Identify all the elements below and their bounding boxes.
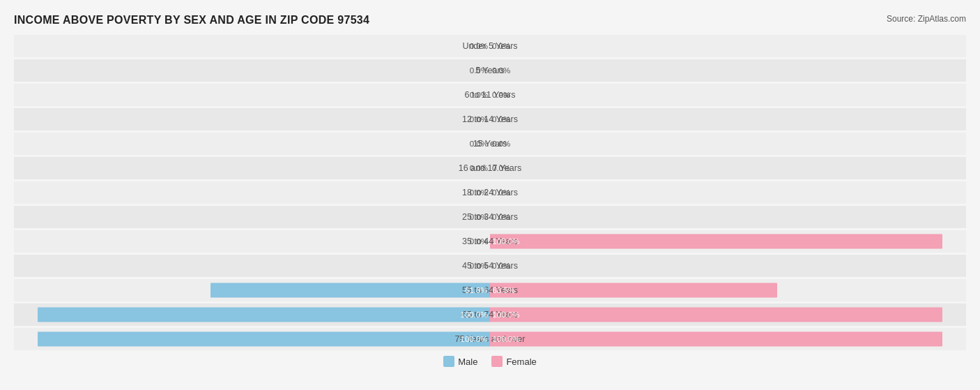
chart-title: INCOME ABOVE POVERTY BY SEX AND AGE IN Z… — [14, 14, 369, 27]
right-half: 0.0% — [490, 206, 966, 228]
left-half: 0.0% — [14, 84, 490, 106]
male-bar — [210, 283, 490, 298]
left-half: 0.0% — [14, 35, 490, 57]
right-half: 0.0% — [490, 181, 966, 204]
male-zero-label: 0.0% — [470, 140, 488, 148]
left-half: 100.0% — [14, 303, 490, 326]
female-value-label: 63.5% — [492, 286, 515, 294]
female-value-label: 100.0% — [492, 335, 519, 343]
legend-female-label: Female — [506, 357, 536, 367]
legend-female: Female — [491, 356, 536, 367]
male-bar — [38, 332, 490, 347]
right-half: 0.0% — [490, 133, 966, 155]
legend-male: Male — [443, 356, 477, 367]
male-zero-label: 0.0% — [470, 42, 488, 50]
chart-header: INCOME ABOVE POVERTY BY SEX AND AGE IN Z… — [14, 14, 966, 27]
male-value-label: 100.0% — [461, 310, 488, 319]
left-half: 0.0% — [14, 157, 490, 179]
chart-row: 100.0%100.0%65 to 74 Years — [14, 303, 966, 326]
left-half: 0.0% — [14, 230, 490, 253]
male-bar — [38, 308, 490, 322]
legend-male-box — [443, 356, 454, 367]
female-zero-label: 0.0% — [492, 164, 510, 172]
left-half: 61.8% — [14, 279, 490, 301]
left-half: 0.0% — [14, 59, 490, 82]
right-half: 0.0% — [490, 157, 966, 179]
left-half: 0.0% — [14, 108, 490, 130]
chart-container: INCOME ABOVE POVERTY BY SEX AND AGE IN Z… — [0, 0, 980, 377]
right-half: 0.0% — [490, 84, 966, 106]
left-half: 100.0% — [14, 328, 490, 350]
left-half: 0.0% — [14, 255, 490, 277]
right-half: 63.5% — [490, 279, 966, 301]
right-half: 0.0% — [490, 255, 966, 277]
female-zero-label: 0.0% — [492, 213, 510, 221]
female-zero-label: 0.0% — [492, 91, 510, 99]
chart-row: 0.0%0.0%15 Years — [14, 133, 966, 155]
female-zero-label: 0.0% — [492, 115, 510, 123]
male-value-label: 100.0% — [461, 335, 488, 343]
chart-row: 0.0%0.0%25 to 34 Years — [14, 206, 966, 228]
male-zero-label: 0.0% — [470, 164, 488, 172]
left-half: 0.0% — [14, 206, 490, 228]
male-zero-label: 0.0% — [470, 188, 488, 197]
female-zero-label: 0.0% — [492, 262, 510, 270]
right-half: 100.0% — [490, 328, 966, 350]
female-zero-label: 0.0% — [492, 140, 510, 148]
chart-row: 0.0%0.0%16 and 17 Years — [14, 157, 966, 179]
chart-rows-container: 0.0%0.0%Under 5 Years0.0%0.0%5 Years0.0%… — [14, 35, 966, 350]
chart-legend: Male Female — [14, 356, 966, 367]
chart-source: Source: ZipAtlas.com — [887, 14, 966, 24]
chart-row: 0.0%0.0%12 to 14 Years — [14, 108, 966, 130]
right-half: 100.0% — [490, 230, 966, 253]
male-zero-label: 0.0% — [470, 262, 488, 270]
female-bar — [490, 332, 942, 347]
legend-male-label: Male — [458, 357, 477, 367]
female-zero-label: 0.0% — [492, 66, 510, 75]
chart-row: 100.0%100.0%75 Years and over — [14, 328, 966, 350]
male-zero-label: 0.0% — [470, 91, 488, 99]
chart-row: 0.0%100.0%35 to 44 Years — [14, 230, 966, 253]
male-zero-label: 0.0% — [470, 66, 488, 75]
chart-row: 0.0%0.0%5 Years — [14, 59, 966, 82]
female-zero-label: 0.0% — [492, 188, 510, 197]
legend-female-box — [491, 356, 503, 367]
right-half: 0.0% — [490, 108, 966, 130]
left-half: 0.0% — [14, 181, 490, 204]
female-zero-label: 0.0% — [492, 42, 510, 50]
chart-row: 0.0%0.0%18 to 24 Years — [14, 181, 966, 204]
right-half: 0.0% — [490, 59, 966, 82]
male-zero-label: 0.0% — [470, 237, 488, 246]
female-bar — [490, 234, 942, 249]
male-zero-label: 0.0% — [470, 115, 488, 123]
female-bar — [490, 308, 942, 322]
female-value-label: 100.0% — [492, 237, 519, 246]
chart-row: 0.0%0.0%Under 5 Years — [14, 35, 966, 57]
chart-row: 0.0%0.0%6 to 11 Years — [14, 84, 966, 106]
right-half: 0.0% — [490, 35, 966, 57]
right-half: 100.0% — [490, 303, 966, 326]
female-value-label: 100.0% — [492, 310, 519, 319]
chart-row: 0.0%0.0%45 to 54 Years — [14, 255, 966, 277]
male-zero-label: 0.0% — [470, 213, 488, 221]
male-value-label: 61.8% — [465, 286, 488, 294]
left-half: 0.0% — [14, 133, 490, 155]
chart-row: 61.8%63.5%55 to 64 Years — [14, 279, 966, 301]
female-bar — [490, 283, 777, 298]
